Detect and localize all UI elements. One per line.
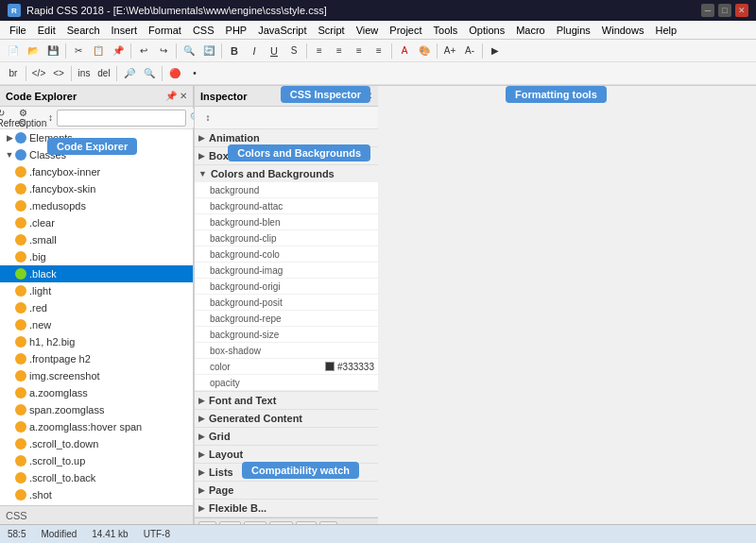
tb-align-justify[interactable]: ≡ — [369, 42, 388, 60]
tb2-color2[interactable]: 🔴 — [165, 64, 184, 83]
insp-group-generated-header[interactable]: ▶ Generated Content — [195, 410, 378, 427]
list-item[interactable]: .frontpage h2 — [0, 350, 193, 367]
tb-strike[interactable]: S — [284, 42, 303, 60]
tb-preview[interactable]: ▶ — [486, 42, 505, 60]
tb-bgcolor[interactable]: 🎨 — [415, 42, 434, 60]
list-item[interactable]: .scroll_to.up — [0, 452, 193, 469]
menu-insert[interactable]: Insert — [106, 21, 144, 39]
menu-view[interactable]: View — [351, 21, 385, 39]
menu-format[interactable]: Format — [143, 21, 187, 39]
tb2-zoom-in[interactable]: 🔎 — [120, 64, 139, 83]
menu-windows[interactable]: Windows — [596, 21, 650, 39]
insp-group-flex-header[interactable]: ▶ Flexible B... — [195, 500, 378, 517]
layout-expander: ▶ — [198, 450, 205, 459]
menu-macro[interactable]: Macro — [510, 21, 551, 39]
list-item-selected[interactable]: .black — [0, 265, 193, 282]
panel-pin[interactable]: 📌 — [165, 91, 177, 101]
minimize-button[interactable]: ─ — [701, 4, 714, 17]
insp-group-font-header[interactable]: ▶ Font and Text — [195, 392, 378, 409]
tb-cut[interactable]: ✂ — [69, 42, 88, 60]
tb-align-left[interactable]: ≡ — [310, 42, 329, 60]
menu-css[interactable]: CSS — [187, 21, 220, 39]
maximize-button[interactable]: □ — [718, 4, 731, 17]
menu-php[interactable]: PHP — [220, 21, 253, 39]
tb2-zoom-out[interactable]: 🔍 — [140, 64, 159, 83]
menu-help[interactable]: Help — [649, 21, 682, 39]
list-item[interactable]: .clear — [0, 214, 193, 231]
list-item[interactable]: .scroll_to.down — [0, 435, 193, 452]
menu-options[interactable]: Options — [463, 21, 510, 39]
list-item[interactable]: a.zoomglass:hover span — [0, 418, 193, 435]
ch-tab[interactable]: CH — [244, 521, 266, 525]
sort-button[interactable]: ↕ — [47, 109, 54, 127]
list-item[interactable]: span.zoomglass — [0, 401, 193, 418]
color-swatch[interactable] — [325, 362, 335, 371]
tb-paste[interactable]: 📌 — [109, 42, 128, 60]
op-tab[interactable]: OP — [269, 521, 292, 525]
tb-redo[interactable]: ↪ — [154, 42, 173, 60]
tb-new[interactable]: 📄 — [4, 42, 23, 60]
tb-font-size-up[interactable]: A+ — [440, 42, 459, 60]
menu-script[interactable]: Script — [313, 21, 351, 39]
tb2-tag1[interactable]: </> — [29, 64, 48, 83]
panel-controls[interactable]: 📌 ✕ — [165, 91, 187, 101]
tb-copy[interactable]: 📋 — [89, 42, 108, 60]
list-item[interactable]: .new — [0, 316, 193, 333]
explorer-search-input[interactable] — [57, 110, 186, 127]
sf-tab[interactable]: SF — [296, 521, 318, 525]
list-item[interactable]: .scroll_to.back — [0, 469, 193, 486]
list-item[interactable]: .medusopds — [0, 197, 193, 214]
tb-replace[interactable]: 🔄 — [199, 42, 218, 60]
tb2-br[interactable]: br — [4, 64, 23, 83]
window-controls[interactable]: ─ □ ✕ — [701, 4, 748, 17]
options-button[interactable]: ⚙ Options — [26, 109, 44, 127]
tb-align-right[interactable]: ≡ — [350, 42, 369, 60]
menu-search[interactable]: Search — [61, 21, 106, 39]
tb-underline[interactable]: U — [265, 42, 284, 60]
list-item[interactable]: .red — [0, 299, 193, 316]
tb-undo[interactable]: ↩ — [134, 42, 153, 60]
panel-close[interactable]: ✕ — [180, 91, 187, 101]
close-button[interactable]: ✕ — [735, 4, 748, 17]
insp-group-layout-header[interactable]: ▶ Layout — [195, 446, 378, 463]
tb-italic[interactable]: I — [245, 42, 264, 60]
menu-tools[interactable]: Tools — [428, 21, 464, 39]
menu-edit[interactable]: Edit — [32, 21, 61, 39]
tb-bold[interactable]: B — [225, 42, 244, 60]
menu-plugins[interactable]: Plugins — [551, 21, 596, 39]
menu-file[interactable]: File — [4, 21, 32, 39]
insp-group-page-header[interactable]: ▶ Page — [195, 482, 378, 499]
list-item[interactable]: .big — [0, 248, 193, 265]
elements-expander[interactable]: ▶ — [4, 132, 15, 144]
tb-font-size-dn[interactable]: A- — [460, 42, 479, 60]
flex-expander: ▶ — [198, 503, 205, 513]
tb2-del[interactable]: del — [94, 64, 113, 83]
menu-project[interactable]: Project — [384, 21, 427, 39]
list-item[interactable]: a.zoomglass — [0, 384, 193, 401]
list-item[interactable]: .light — [0, 282, 193, 299]
list-item[interactable]: .fancybox-skin — [0, 180, 193, 197]
tb-align-center[interactable]: ≡ — [330, 42, 349, 60]
tb2-tag2[interactable]: <> — [49, 64, 68, 83]
tb-find[interactable]: 🔍 — [180, 42, 198, 60]
ie-tab[interactable]: IE — [198, 521, 216, 525]
ip-tab[interactable]: iP — [319, 521, 337, 525]
insp-group-colors-header[interactable]: ▼ Colors and Backgrounds — [195, 165, 378, 182]
sort-props-btn[interactable]: ↕ — [198, 109, 217, 127]
classes-expander[interactable]: ▼ — [4, 149, 15, 161]
menu-javascript[interactable]: JavaScript — [252, 21, 312, 39]
list-item[interactable]: img.screenshot — [0, 367, 193, 384]
class-icon — [15, 183, 26, 195]
class-icon — [15, 421, 26, 433]
list-item[interactable]: .small — [0, 231, 193, 248]
tb-open[interactable]: 📂 — [24, 42, 43, 60]
tb2-dot[interactable]: • — [185, 64, 204, 83]
tb-save[interactable]: 💾 — [43, 42, 62, 60]
list-item[interactable]: .shot — [0, 486, 193, 503]
list-item[interactable]: h1, h2.big — [0, 333, 193, 350]
tb-color[interactable]: A — [395, 42, 414, 60]
ff-tab[interactable]: FF — [219, 521, 240, 525]
insp-group-grid-header[interactable]: ▶ Grid — [195, 428, 378, 445]
tb2-ins[interactable]: ins — [75, 64, 94, 83]
list-item[interactable]: .fancybox-inner — [0, 163, 193, 180]
